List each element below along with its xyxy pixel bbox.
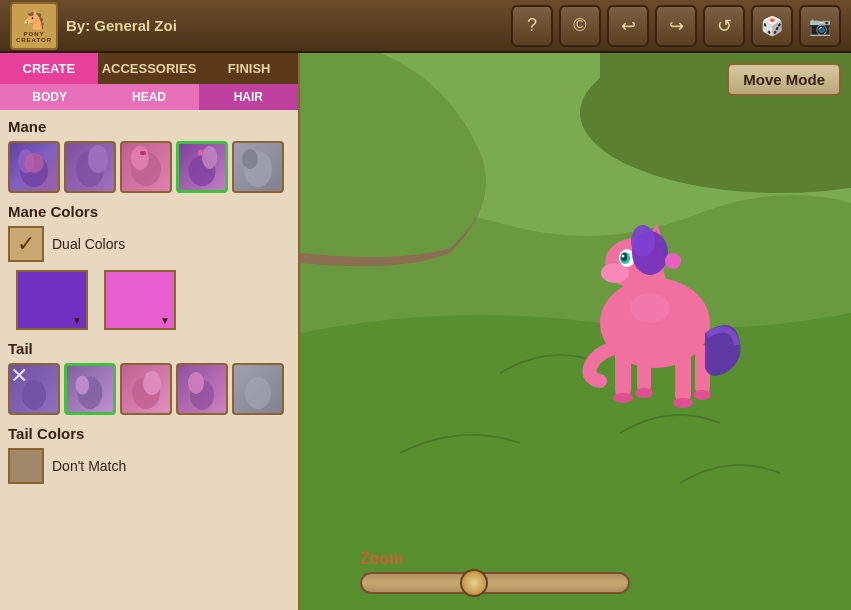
mane-icon-4	[179, 143, 225, 191]
tab-create[interactable]: CREATE	[0, 53, 98, 84]
svg-point-17	[143, 371, 161, 395]
svg-point-41	[613, 393, 633, 403]
undo-button[interactable]: ↩	[607, 5, 649, 47]
mane-color2-arrow: ▼	[160, 315, 170, 326]
svg-point-36	[665, 253, 681, 269]
svg-point-42	[635, 388, 653, 398]
zoom-slider-thumb[interactable]	[460, 569, 488, 597]
zoom-label: Zoom	[360, 550, 404, 568]
tail-thumb-row: ✕	[8, 363, 290, 415]
mane-color1-arrow: ▼	[72, 315, 82, 326]
tab-accessories[interactable]: ACCESSORIES	[98, 53, 201, 84]
mane-colors-title: Mane Colors	[8, 203, 290, 220]
main-layout: CREATE ACCESSORIES FINISH BODY HEAD HAIR…	[0, 53, 851, 610]
logo: 🐴 PONY CREATOR	[10, 2, 58, 50]
random-button[interactable]: 🎲	[751, 5, 793, 47]
svg-point-20	[245, 377, 271, 409]
tail-thumb-5[interactable]	[232, 363, 284, 415]
move-mode-button[interactable]: Move Mode	[727, 63, 841, 96]
zoom-container: Zoom	[360, 550, 841, 594]
tail-icon-4	[178, 365, 226, 413]
tail-icon-5	[234, 365, 282, 413]
scene-background	[300, 53, 851, 610]
tail-icon-3	[122, 365, 170, 413]
mane-title: Mane	[8, 118, 290, 135]
svg-point-43	[673, 398, 693, 408]
tail-section: Tail ✕	[8, 340, 290, 415]
svg-point-44	[693, 390, 711, 400]
mane-thumb-4[interactable]	[176, 141, 228, 193]
screenshot-button[interactable]: 📷	[799, 5, 841, 47]
left-panel: CREATE ACCESSORIES FINISH BODY HEAD HAIR…	[0, 53, 300, 610]
svg-point-31	[622, 255, 625, 258]
svg-point-6	[131, 146, 149, 170]
svg-rect-7	[140, 151, 146, 155]
mane-thumb-1[interactable]	[8, 141, 60, 193]
mane-icon-2	[66, 143, 114, 191]
mane-color1-wrapper: ▼	[16, 270, 88, 330]
tail-colors-section: Tail Colors Don't Match	[8, 425, 290, 484]
author-label: By: General Zoi	[66, 17, 177, 34]
tail-thumb-4[interactable]	[176, 363, 228, 415]
dual-colors-label: Dual Colors	[52, 236, 125, 252]
subtab-hair[interactable]: HAIR	[199, 84, 298, 110]
tail-x-icon: ✕	[10, 365, 28, 387]
sub-tab-bar: BODY HEAD HAIR	[0, 84, 298, 110]
dual-colors-checkbox[interactable]: ✓	[8, 226, 44, 262]
zoom-slider-track[interactable]	[360, 572, 630, 594]
subtab-head[interactable]: HEAD	[99, 84, 198, 110]
tail-thumb-2[interactable]	[64, 363, 116, 415]
svg-point-12	[242, 149, 258, 169]
tail-thumb-3[interactable]	[120, 363, 172, 415]
svg-point-45	[630, 293, 670, 323]
dont-match-swatch[interactable]	[8, 448, 44, 484]
mane-colors-section: Mane Colors ✓ Dual Colors ▼ ▼	[8, 203, 290, 330]
logo-area: 🐴 PONY CREATOR By: General Zoi	[10, 2, 177, 50]
svg-point-9	[202, 146, 217, 169]
mane-thumb-2[interactable]	[64, 141, 116, 193]
mane-thumb-5[interactable]	[232, 141, 284, 193]
mane-color2-wrapper: ▼	[104, 270, 176, 330]
mane-icon-5	[234, 143, 282, 191]
mane-color-swatches: ▼ ▼	[16, 270, 290, 330]
right-panel: Move Mode Zoom	[300, 53, 851, 610]
svg-point-35	[631, 225, 655, 257]
svg-rect-10	[198, 150, 203, 156]
copyright-button[interactable]: ©	[559, 5, 601, 47]
mane-thumb-row	[8, 141, 290, 193]
svg-point-4	[88, 145, 108, 173]
tab-finish[interactable]: FINISH	[200, 53, 298, 84]
mane-color2-swatch[interactable]: ▼	[104, 270, 176, 330]
logo-pony-icon: 🐴	[23, 9, 45, 31]
main-tab-bar: CREATE ACCESSORIES FINISH	[0, 53, 298, 84]
dont-match-label: Don't Match	[52, 458, 126, 474]
tail-icon-2	[67, 365, 113, 413]
header-buttons: ? © ↩ ↪ ↺ 🎲 📷	[511, 5, 841, 47]
panel-content: Mane	[0, 110, 298, 610]
svg-point-15	[76, 376, 89, 395]
svg-point-19	[188, 372, 204, 394]
svg-point-2	[24, 153, 44, 173]
subtab-body[interactable]: BODY	[0, 84, 99, 110]
tail-title: Tail	[8, 340, 290, 357]
svg-rect-38	[637, 343, 651, 393]
redo-button[interactable]: ↪	[655, 5, 697, 47]
logo-sublabel: CREATOR	[16, 37, 52, 43]
mane-icon-3	[122, 143, 170, 191]
tail-thumb-1[interactable]: ✕	[8, 363, 60, 415]
dont-match-row: Don't Match	[8, 448, 290, 484]
mane-thumb-3[interactable]	[120, 141, 172, 193]
header: 🐴 PONY CREATOR By: General Zoi ? © ↩ ↪ ↺…	[0, 0, 851, 53]
svg-rect-39	[675, 348, 691, 403]
dual-colors-row: ✓ Dual Colors	[8, 226, 290, 262]
reset-button[interactable]: ↺	[703, 5, 745, 47]
mane-icon-1	[10, 143, 58, 191]
help-button[interactable]: ?	[511, 5, 553, 47]
tail-colors-title: Tail Colors	[8, 425, 290, 442]
mane-color1-swatch[interactable]: ▼	[16, 270, 88, 330]
